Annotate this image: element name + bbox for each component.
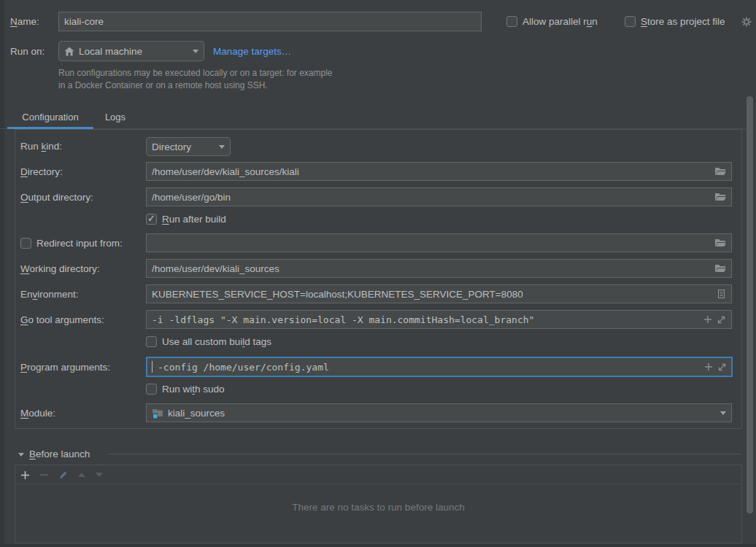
- pencil-icon: [58, 470, 68, 480]
- move-up-button[interactable]: [76, 469, 88, 481]
- directory-value: /home/user/dev/kiali_sources/kiali: [152, 166, 710, 177]
- module-value: kiali_sources: [168, 408, 716, 419]
- folder-icon[interactable]: [714, 263, 726, 274]
- run-on-select[interactable]: Local machine: [58, 41, 204, 61]
- add-task-button[interactable]: [19, 469, 31, 481]
- name-label: Name:: [10, 16, 39, 28]
- use-custom-build-tags-label: Use all custom build tags: [162, 336, 271, 348]
- run-kind-value: Directory: [152, 141, 215, 152]
- redirect-input-from-label: Redirect input from:: [36, 238, 123, 249]
- environment-input[interactable]: KUBERNETES_SERVICE_HOST=localhost;KUBERN…: [146, 284, 732, 303]
- name-input[interactable]: kiali-core: [58, 12, 482, 31]
- folder-icon[interactable]: [714, 166, 726, 176]
- output-directory-input[interactable]: /home/user/go/bin: [146, 187, 732, 206]
- manage-targets-link[interactable]: Manage targets…: [213, 46, 291, 57]
- module-icon: [152, 408, 163, 419]
- tab-logs[interactable]: Logs: [93, 112, 137, 123]
- run-on-hint-line2: in a Docker Container or on a remote hos…: [58, 79, 268, 92]
- run-on-label: Run on:: [10, 46, 45, 58]
- output-directory-label: Output directory:: [20, 192, 93, 203]
- edit-task-button[interactable]: [57, 469, 69, 481]
- list-icon[interactable]: [717, 289, 726, 299]
- program-arguments-label: Program arguments:: [20, 362, 110, 373]
- run-after-build-checkbox[interactable]: [146, 214, 157, 225]
- module-label: Module:: [20, 408, 55, 419]
- before-launch-empty-text: There are no tasks to run before launch: [15, 502, 742, 513]
- run-on-value: Local machine: [79, 46, 188, 57]
- arrow-up-icon: [78, 473, 85, 477]
- allow-parallel-run-checkbox[interactable]: [506, 16, 517, 27]
- allow-parallel-run-label: Allow parallel run: [522, 16, 598, 28]
- run-kind-select[interactable]: Directory: [146, 137, 231, 156]
- remove-task-button[interactable]: [38, 469, 50, 481]
- run-with-sudo-label: Run with sudo: [162, 384, 225, 395]
- plus-icon: [20, 470, 30, 480]
- program-arguments-input[interactable]: -config /home/user/config.yaml: [146, 357, 733, 377]
- run-debug-configuration-dialog: Name: kiali-core Allow parallel run Stor…: [0, 0, 756, 547]
- plus-icon[interactable]: [704, 362, 713, 371]
- redirect-input-from-input[interactable]: [146, 233, 732, 252]
- folder-icon[interactable]: [714, 238, 726, 248]
- store-as-project-file-checkbox[interactable]: [625, 16, 636, 27]
- text-caret: [152, 361, 153, 373]
- move-down-button[interactable]: [93, 469, 105, 481]
- directory-label: Directory:: [20, 166, 63, 178]
- expand-icon[interactable]: [717, 315, 726, 325]
- go-tool-arguments-value: -i -ldflags "-X main.version=local -X ma…: [152, 314, 699, 325]
- minus-icon: [40, 474, 48, 476]
- gear-icon[interactable]: [741, 17, 752, 27]
- dialog-bottom-edge: [0, 544, 756, 547]
- run-on-hint-line1: Run configurations may be executed local…: [58, 67, 333, 79]
- output-directory-value: /home/user/go/bin: [152, 192, 710, 203]
- module-select[interactable]: kiali_sources: [146, 403, 732, 422]
- directory-input[interactable]: /home/user/dev/kiali_sources/kiali: [146, 162, 732, 181]
- expand-icon[interactable]: [717, 362, 727, 372]
- folder-icon[interactable]: [714, 192, 726, 202]
- go-tool-arguments-input[interactable]: -i -ldflags "-X main.version=local -X ma…: [146, 310, 732, 329]
- use-custom-build-tags-checkbox[interactable]: [146, 336, 157, 347]
- environment-label: Environment:: [20, 289, 79, 300]
- chevron-down-icon: [219, 145, 225, 149]
- name-value: kiali-core: [64, 16, 476, 27]
- store-as-project-file-label: Store as project file: [641, 16, 725, 28]
- run-with-sudo-checkbox[interactable]: [146, 384, 157, 395]
- home-icon: [64, 47, 74, 56]
- program-arguments-value: -config /home/user/config.yaml: [158, 362, 700, 373]
- tab-configuration[interactable]: Configuration: [7, 112, 93, 123]
- arrow-down-icon: [96, 473, 103, 477]
- run-after-build-label: Run after build: [162, 214, 226, 225]
- chevron-down-icon: [193, 50, 198, 53]
- environment-value: KUBERNETES_SERVICE_HOST=localhost;KUBERN…: [152, 289, 712, 300]
- before-launch-separator: [108, 454, 741, 454]
- run-kind-label: Run kind:: [20, 141, 62, 152]
- go-tool-arguments-label: Go tool arguments:: [20, 314, 104, 326]
- plus-icon[interactable]: [703, 315, 712, 324]
- vertical-scrollbar-thumb[interactable]: [747, 96, 753, 513]
- redirect-input-from-checkbox[interactable]: [20, 238, 31, 249]
- working-directory-input[interactable]: /home/user/dev/kiali_sources: [146, 259, 732, 278]
- dialog-left-edge: [0, 0, 4, 547]
- before-launch-label: Before launch: [29, 449, 90, 460]
- working-directory-label: Working directory:: [20, 263, 100, 275]
- working-directory-value: /home/user/dev/kiali_sources: [152, 263, 710, 274]
- before-launch-collapse-icon[interactable]: [18, 453, 24, 457]
- chevron-down-icon: [720, 411, 726, 415]
- before-launch-toolbar: [15, 465, 741, 484]
